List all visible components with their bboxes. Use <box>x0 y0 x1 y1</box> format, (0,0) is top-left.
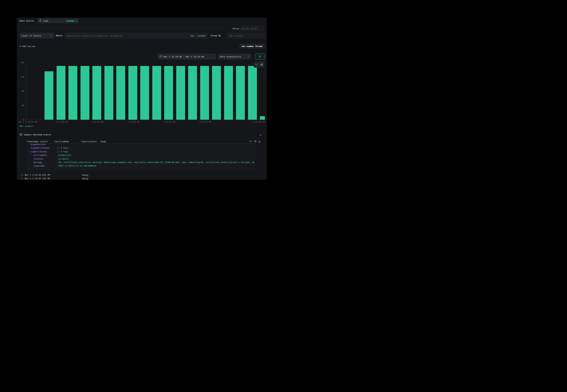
chart-bar[interactable] <box>69 66 77 120</box>
schema-link[interactable]: Schema <box>66 20 74 22</box>
y-tick-label: 120 <box>17 76 24 78</box>
json-value: {} 0 keys <box>57 147 69 149</box>
axis-tick <box>26 63 27 63</box>
search-input-wrap: SQL | Lucene <box>64 33 208 39</box>
alias-input[interactable] <box>240 26 264 31</box>
legend-swatch <box>19 126 23 126</box>
chart-bar[interactable] <box>212 66 221 120</box>
event-table-row[interactable]: Dec 5 3:15:45.635 PMdebug <box>19 173 264 177</box>
event-severity: debug <box>82 177 88 180</box>
column-header-body[interactable]: Body <box>101 140 106 143</box>
code-view-icon[interactable]: </> <box>249 140 252 142</box>
calendar-icon: 1 <box>160 55 162 58</box>
column-header-severitytext[interactable]: SeverityText <box>82 140 97 143</box>
aggregation-value: Count of Events <box>21 34 41 37</box>
x-tick-label: 3:11:30 PM <box>56 121 68 123</box>
granularity-value: Auto Granularity <box>220 56 241 58</box>
x-tick-label: 3:14:30 PM <box>199 121 211 123</box>
wrap-text-icon[interactable] <box>254 140 257 143</box>
json-field-row[interactable]: location"us-west1" <box>28 157 254 161</box>
chart-bar[interactable] <box>152 66 161 120</box>
data-source-label: Data Source <box>19 20 34 22</box>
chart-bar[interactable] <box>116 66 125 120</box>
json-key: location <box>33 157 43 160</box>
json-key: timestamp <box>33 165 45 167</box>
json-value: "us-west1" <box>57 157 70 160</box>
run-query-button[interactable] <box>255 54 265 60</box>
column-header-timestamp[interactable]: Timestamp (Local) <box>27 140 48 143</box>
chart-bar[interactable] <box>81 66 89 120</box>
data-source-select[interactable]: Logs Schema <box>38 18 79 23</box>
axis-tick <box>25 120 26 120</box>
event-table-row[interactable]: Dec 5 3:15:45.235 PMdebug <box>19 177 264 180</box>
chart-bar[interactable] <box>56 66 65 120</box>
json-field-row[interactable]: message"SSL certificate expiration warni… <box>28 161 254 165</box>
chevron-updown-icon <box>50 35 52 37</box>
date-range-picker[interactable]: 1 Dec 5 15:10:46 - Dec 5 15:15:46 <box>158 54 216 60</box>
axis-tick <box>25 91 26 91</box>
drag-handle-icon[interactable]: ⠿ <box>80 140 81 142</box>
json-key: environment <box>33 154 47 156</box>
sql-toggle[interactable]: SQL <box>191 34 194 37</box>
bar-chart-plot[interactable] <box>26 63 265 120</box>
alias-label: Alias <box>233 27 239 30</box>
chart-bar[interactable] <box>140 66 149 120</box>
y-tick-label: 40 <box>17 104 24 107</box>
column-header-servicename[interactable]: ServiceName <box>55 140 69 143</box>
json-value: {} 4 keys <box>57 150 69 153</box>
chart-bar[interactable] <box>44 71 53 120</box>
svg-text:1: 1 <box>161 56 161 57</box>
granularity-select[interactable]: Auto Granularity <box>218 54 251 60</box>
chart-bar[interactable] <box>92 66 101 120</box>
event-timestamp: Dec 5 3:15:45.635 PM <box>25 174 50 176</box>
chart-bar[interactable] <box>188 66 197 120</box>
x-tick-label: 3:13:00 PM <box>128 121 139 123</box>
json-field-row[interactable]: ScopeAttributes{} 0 keys <box>28 147 254 150</box>
lucene-toggle[interactable]: Lucene <box>198 34 206 37</box>
chart-bar[interactable] <box>248 66 257 120</box>
divider <box>19 28 230 29</box>
drag-handle-icon[interactable]: ⠿ <box>99 140 100 142</box>
json-value: "" <box>57 143 60 146</box>
json-field-row[interactable]: ScopeVersion"" <box>28 143 254 147</box>
download-icon[interactable] <box>258 140 261 143</box>
chart-bar[interactable] <box>260 116 265 120</box>
caret-down-icon[interactable]: ▾ <box>29 151 29 152</box>
axis-tick <box>265 120 265 121</box>
chart-bar[interactable] <box>200 66 209 120</box>
event-timestamp: Dec 5 3:15:45.235 PM <box>25 177 50 180</box>
chart-bar[interactable] <box>236 66 245 120</box>
collapse-chevron-icon[interactable] <box>259 134 262 136</box>
where-label: Where <box>56 34 62 37</box>
json-field-row[interactable]: timestamp"2025-12-05T13:57:23.082306893Z… <box>28 165 254 168</box>
drag-handle-icon[interactable]: ⠿ <box>53 140 54 142</box>
bar-chart-icon[interactable] <box>260 63 263 66</box>
events-panel-title: Sample Matched Events <box>24 133 51 136</box>
axis-tick <box>25 106 26 106</box>
group-by-input[interactable] <box>227 33 265 39</box>
line-chart-icon[interactable] <box>256 63 258 66</box>
expand-chevron-icon[interactable] <box>21 174 22 177</box>
json-field-row[interactable]: environment"production" <box>28 154 254 157</box>
chart-bar[interactable] <box>128 66 137 120</box>
aggregation-select[interactable]: Count of Events <box>19 33 54 39</box>
expand-chevron-icon[interactable] <box>21 178 22 180</box>
json-key: message <box>33 161 42 164</box>
add-series-button[interactable]: ⊕ Add Series <box>19 45 35 48</box>
toggle-separator: | <box>195 34 197 37</box>
add-series-label: Add Series <box>22 45 35 48</box>
json-field-row[interactable]: ▾LogAttributes{} 4 keys <box>28 150 254 154</box>
chart-bar[interactable] <box>104 66 113 120</box>
x-tick-label: Dec 5 3:10:45 PM <box>18 121 37 123</box>
chart-bar[interactable] <box>164 66 173 120</box>
search-input[interactable] <box>67 34 189 37</box>
chart-bar[interactable] <box>176 66 185 120</box>
chart-bar[interactable] <box>224 66 233 120</box>
event-severity: debug <box>82 174 88 176</box>
json-value: "SSL certificate expiration warning, dom… <box>57 161 255 164</box>
chart-legend[interactable]: count() <box>19 125 34 127</box>
expanded-event-json-panel: ScopeVersion""ScopeAttributes{} 0 keys▾L… <box>28 143 255 170</box>
group-by-label: Group By <box>210 34 221 37</box>
date-range-value: Dec 5 15:10:46 - Dec 5 15:15:46 <box>164 56 204 58</box>
set-number-format-button[interactable]: Set number format <box>240 44 264 48</box>
